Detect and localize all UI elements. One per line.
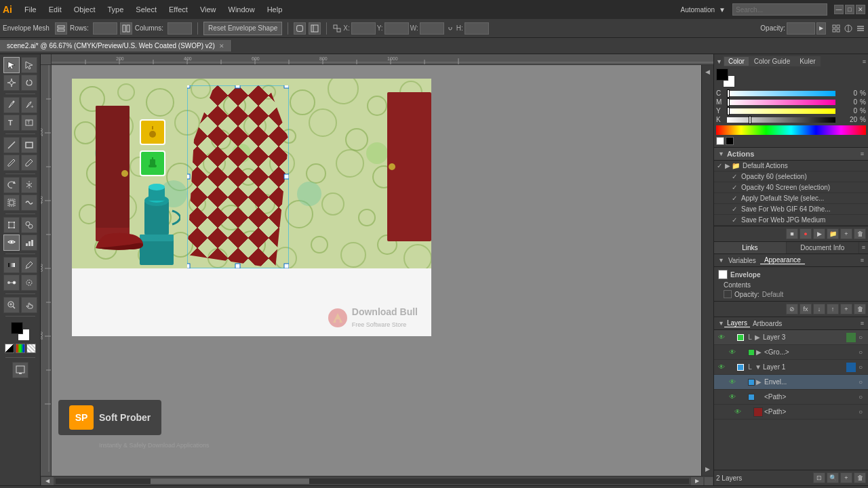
layer-3-action[interactable]: ○: [856, 333, 865, 341]
canvas-scroll-area[interactable]: Download BullFree Software Store: [52, 65, 713, 476]
action-item-2[interactable]: ✓ Opacity 40 Screen (selection): [714, 182, 868, 193]
layer-1-expand[interactable]: ▼: [755, 363, 763, 371]
k-slider[interactable]: [727, 117, 835, 123]
search-input[interactable]: [736, 6, 824, 14]
gro-item[interactable]: 👁 ▶ <Gro...> ○: [714, 345, 868, 360]
reselect-icon[interactable]: [831, 24, 841, 33]
zoom-tool[interactable]: [3, 297, 20, 313]
new-effect-button[interactable]: fx: [800, 304, 812, 314]
background-swatch[interactable]: [11, 322, 23, 334]
scroll-right-button[interactable]: ▶: [690, 476, 704, 486]
opacity-right-btn[interactable]: ▶: [816, 22, 826, 35]
envelope-mesh-tool[interactable]: [3, 235, 20, 251]
tab-document-info[interactable]: Document Info: [787, 242, 859, 253]
layer-3-vis[interactable]: 👁: [717, 333, 726, 341]
tab-close-button[interactable]: ✕: [219, 43, 224, 49]
m-slider-thumb[interactable]: [727, 98, 730, 106]
menu-effect[interactable]: Effect: [163, 4, 193, 15]
menu-window[interactable]: Window: [223, 4, 260, 15]
add-anchor-tool[interactable]: +: [21, 97, 37, 113]
collapse-icon[interactable]: ◀: [704, 68, 712, 76]
path-1-action[interactable]: ○: [856, 393, 865, 401]
path-2[interactable]: 👁 <Path> ○: [714, 405, 868, 420]
new-set-button[interactable]: 📁: [827, 228, 839, 239]
delete-layer-button[interactable]: 🗑: [854, 472, 866, 483]
x-input[interactable]: 389.355 pt: [351, 22, 376, 35]
w-input[interactable]: 137.175 pt: [420, 22, 444, 35]
paintbrush-tool[interactable]: [3, 155, 20, 171]
tab-variables[interactable]: Variables: [724, 257, 760, 264]
new-style-button[interactable]: +: [840, 304, 852, 314]
layer-3-target[interactable]: [846, 333, 856, 342]
magic-wand-tool[interactable]: [3, 75, 20, 91]
expand-panel-icon[interactable]: ▶: [704, 465, 712, 473]
clear-appearance-button[interactable]: ⊘: [786, 304, 798, 314]
new-layer-button[interactable]: +: [840, 472, 852, 483]
delete-action-button[interactable]: 🗑: [854, 228, 866, 239]
horizontal-scrollbar[interactable]: ◀ ▶: [41, 476, 713, 485]
gradient-swatch[interactable]: [16, 344, 25, 353]
close-button[interactable]: ✕: [856, 5, 865, 14]
links-panel-menu[interactable]: ≡: [859, 242, 868, 253]
forward-button[interactable]: ↑: [827, 304, 839, 314]
expand-icon[interactable]: [309, 22, 321, 35]
symbol-sprayer-tool[interactable]: [21, 274, 37, 291]
scale-tool[interactable]: [3, 195, 20, 211]
envel-expand[interactable]: ▶: [756, 378, 764, 386]
hand-tool[interactable]: [21, 297, 37, 313]
layers-menu[interactable]: ≡: [861, 320, 864, 327]
appearance-menu[interactable]: ≡: [861, 257, 864, 264]
action-item-5[interactable]: ✓ Save For Web JPG Medium: [714, 215, 868, 226]
envel-vis[interactable]: 👁: [728, 378, 737, 386]
path-2-vis[interactable]: 👁: [733, 408, 743, 415]
minimize-button[interactable]: —: [834, 5, 844, 14]
tab-artboards[interactable]: Artboards: [750, 320, 785, 327]
reflect-tool[interactable]: [21, 177, 37, 193]
envelope-options-icon[interactable]: [294, 22, 306, 35]
toggle-icon[interactable]: [844, 24, 853, 33]
free-transform-tool[interactable]: [3, 217, 20, 233]
backward-button[interactable]: ↓: [813, 304, 825, 314]
pencil-tool[interactable]: [21, 155, 37, 171]
document-tab[interactable]: scene2.ai* @ 66.67% (CMYK/Preview/U.S. W…: [0, 40, 232, 52]
layer-1-vis[interactable]: 👁: [717, 363, 726, 371]
color-panel-collapse[interactable]: ▼: [716, 58, 722, 65]
pen-tool[interactable]: [3, 97, 20, 113]
maximize-button[interactable]: □: [845, 5, 854, 14]
tab-color-guide[interactable]: Color Guide: [749, 56, 795, 66]
warp-tool[interactable]: [21, 195, 37, 211]
settings-icon[interactable]: [856, 24, 865, 33]
scrollbar-thumb[interactable]: [151, 479, 309, 484]
color-panel-menu[interactable]: ≡: [863, 58, 866, 65]
actions-collapse[interactable]: ▼: [718, 150, 724, 157]
find-layer-button[interactable]: 🔍: [827, 472, 839, 483]
tab-links[interactable]: Links: [714, 242, 787, 253]
h-input[interactable]: 374.296 pt: [465, 22, 489, 35]
menu-help[interactable]: Help: [262, 4, 288, 15]
action-item-3[interactable]: ✓ Apply Default Style (selec...: [714, 193, 868, 204]
screen-mode-btn[interactable]: [12, 362, 28, 378]
tab-appearance[interactable]: Appearance: [760, 256, 805, 264]
automation-dropdown-icon[interactable]: ▼: [719, 6, 726, 14]
path-2-action[interactable]: ○: [856, 408, 865, 415]
area-type-tool[interactable]: T: [21, 115, 37, 131]
action-group-default[interactable]: ✓ ▶ 📁 Default Actions: [714, 161, 868, 171]
selection-tool[interactable]: [3, 57, 20, 73]
envel-action[interactable]: ○: [856, 378, 865, 386]
layer-1[interactable]: 👁 L ▼ Layer 1 ○: [714, 360, 868, 375]
rectangle-tool[interactable]: [21, 137, 37, 153]
menu-object[interactable]: Object: [68, 4, 101, 15]
eyedropper-tool[interactable]: [21, 257, 37, 273]
action-item-1[interactable]: ✓ Opacity 60 (selection): [714, 171, 868, 182]
y-slider-thumb[interactable]: [727, 107, 730, 115]
shape-builder-tool[interactable]: [21, 217, 37, 233]
y-input[interactable]: 292.091 pt: [384, 22, 409, 35]
opacity-input[interactable]: 100%: [787, 22, 815, 35]
white-swatch[interactable]: [716, 137, 724, 145]
record-button[interactable]: ●: [800, 228, 812, 239]
appearance-collapse[interactable]: ▼: [718, 257, 724, 264]
tab-layers[interactable]: Layers: [724, 319, 750, 327]
menu-view[interactable]: View: [195, 4, 222, 15]
play-button[interactable]: ▶: [813, 228, 825, 239]
type-tool[interactable]: T: [3, 115, 20, 131]
